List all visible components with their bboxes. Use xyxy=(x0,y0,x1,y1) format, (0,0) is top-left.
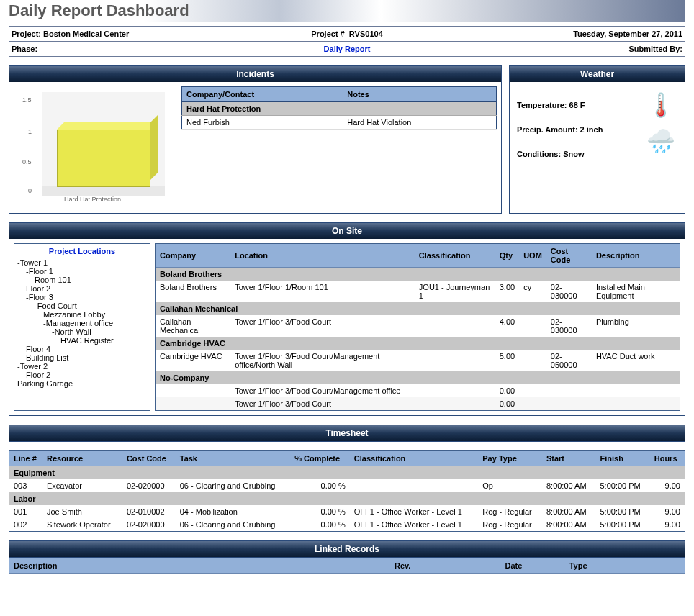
chart-category-label: Hard Hat Protection xyxy=(64,196,121,203)
cond-value: Snow xyxy=(563,150,584,158)
col-lrev: Rev. xyxy=(347,561,458,570)
col-pct: % Complete xyxy=(290,451,350,466)
onsite-row: Boland BrothersTower 1/Floor 1/Room 101J… xyxy=(156,281,680,302)
cloud-rain-icon: 🌧️ xyxy=(642,130,679,153)
tree-node[interactable]: HVAC Register xyxy=(17,336,147,345)
daily-report-link[interactable]: Daily Report xyxy=(324,45,371,53)
tree-title: Project Locations xyxy=(17,247,147,255)
tree-node[interactable]: -North Wall xyxy=(17,327,147,336)
onsite-group-row: Callahan Mechanical xyxy=(156,302,680,315)
locations-tree: Project Locations -Tower 1-Floor 1Room 1… xyxy=(14,243,150,411)
col-costcode: Cost Code xyxy=(122,451,176,466)
tree-node[interactable]: Parking Garage xyxy=(17,379,147,388)
tree-node[interactable]: -Floor 3 xyxy=(17,293,147,302)
col-ldesc: Description xyxy=(14,561,347,570)
col-hours: Hours xyxy=(650,451,685,466)
onsite-row: Tower 1/Floor 3/Food Court/Management of… xyxy=(156,384,680,397)
onsite-group-row: Cambridge HVAC xyxy=(156,337,680,350)
onsite-group-row: Boland Brothers xyxy=(156,268,680,281)
timesheet-panel: Line # Resource Cost Code Task % Complet… xyxy=(9,450,685,532)
tree-node[interactable]: Floor 4 xyxy=(17,345,147,353)
col-class: Classification xyxy=(415,244,495,268)
incident-group: Hard Hat Protection xyxy=(182,102,497,116)
onsite-row: Callahan MechanicalTower 1/Floor 3/Food … xyxy=(156,315,680,337)
project-label: Project: xyxy=(12,30,41,38)
submitted-by-label: Submitted By: xyxy=(459,45,682,53)
projectnum-label: Project # xyxy=(311,30,344,38)
col-cost: Cost Code xyxy=(546,244,592,268)
temp-label: Temperature: xyxy=(517,101,567,109)
onsite-group-row: No-Company xyxy=(156,371,680,384)
col-class2: Classification xyxy=(350,451,478,466)
onsite-table: Company Location Classification Qty UOM … xyxy=(156,244,680,410)
tree-node[interactable]: Floor 2 xyxy=(17,371,147,379)
precip-label: Precip. Amount: xyxy=(517,125,578,134)
incidents-chart: 1.5 1 0.5 0 Hard Hat Protection xyxy=(14,86,176,209)
phase-label: Phase: xyxy=(12,45,235,53)
tree-node[interactable]: Room 101 xyxy=(17,276,147,284)
tree-node[interactable]: -Tower 1 xyxy=(17,258,147,267)
incident-row: Ned Furbish Hard Hat Violation xyxy=(182,116,497,130)
col-finish: Finish xyxy=(596,451,650,466)
weather-header: Weather xyxy=(510,66,685,82)
linked-columns: Description Rev. Date Type xyxy=(9,558,685,574)
incident-company: Ned Furbish xyxy=(182,116,343,130)
incidents-header: Incidents xyxy=(9,66,501,82)
col-start: Start xyxy=(542,451,596,466)
incidents-panel: Incidents 1.5 1 0.5 0 Hard Hat Protectio… xyxy=(9,65,502,214)
col-pay: Pay Type xyxy=(478,451,542,466)
onsite-panel: On Site Project Locations -Tower 1-Floor… xyxy=(9,222,685,416)
linked-header: Linked Records xyxy=(9,540,685,558)
tree-node[interactable]: -Food Court xyxy=(17,302,147,310)
weather-panel: Weather Temperature: 68 F Precip. Amount… xyxy=(509,65,685,214)
onsite-row: Cambridge HVACTower 1/Floor 3/Food Court… xyxy=(156,350,680,371)
col-line: Line # xyxy=(9,451,42,466)
col-resource: Resource xyxy=(42,451,122,466)
tree-node[interactable]: -Floor 1 xyxy=(17,267,147,276)
temp-value: 68 F xyxy=(569,101,585,109)
incident-notes: Hard Hat Violation xyxy=(343,116,496,130)
onsite-header: On Site xyxy=(9,223,685,239)
incidents-table: Company/Contact Notes Hard Hat Protectio… xyxy=(181,86,497,130)
col-ltype: Type xyxy=(569,561,680,570)
col-qty: Qty xyxy=(495,244,519,268)
timesheet-group-row: Equipment xyxy=(9,466,685,480)
timesheet-header: Timesheet xyxy=(9,425,685,442)
tree-node[interactable]: -Tower 2 xyxy=(17,362,147,371)
col-ldate: Date xyxy=(458,561,569,570)
tree-node[interactable]: Mezzanine Lobby xyxy=(17,310,147,319)
col-company: Company xyxy=(156,244,230,268)
thermometer-icon: 🌡️ xyxy=(642,94,679,117)
col-notes: Notes xyxy=(343,87,496,102)
col-task: Task xyxy=(176,451,290,466)
header-info: Project: Boston Medical Center Project #… xyxy=(9,26,685,57)
timesheet-row: 002Sitework Operator02-02000006 - Cleari… xyxy=(9,518,685,531)
tree-node[interactable]: -Management office xyxy=(17,319,147,327)
onsite-row: Tower 1/Floor 3/Food Court0.00 xyxy=(156,397,680,410)
timesheet-row: 003Excavator02-02000006 - Clearing and G… xyxy=(9,479,685,492)
timesheet-row: 001Joe Smith02-01000204 - Mobilization0.… xyxy=(9,505,685,518)
timesheet-table: Line # Resource Cost Code Task % Complet… xyxy=(9,451,685,531)
col-uom: UOM xyxy=(519,244,546,268)
tree-node[interactable]: Floor 2 xyxy=(17,284,147,293)
precip-value: 2 inch xyxy=(580,125,603,134)
report-date: Tuesday, September 27, 2011 xyxy=(459,30,682,38)
page-title: Daily Report Dashboard xyxy=(9,0,685,22)
cond-label: Conditions: xyxy=(517,150,561,158)
col-location: Location xyxy=(230,244,415,268)
timesheet-group-row: Labor xyxy=(9,492,685,505)
col-desc: Description xyxy=(592,244,680,268)
col-company: Company/Contact xyxy=(182,87,343,102)
projectnum-text: RVS0104 xyxy=(349,30,383,38)
tree-node[interactable]: Building List xyxy=(17,353,147,362)
project-value: Boston Medical Center xyxy=(43,30,129,38)
